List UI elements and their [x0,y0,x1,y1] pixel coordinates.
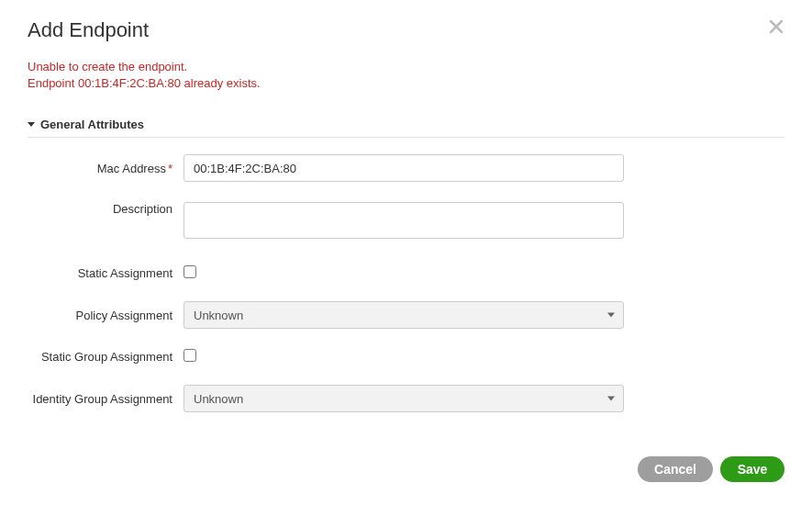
policy-assignment-select[interactable]: Unknown [184,301,624,329]
static-assignment-label: Static Assignment [28,266,184,280]
static-group-assignment-checkbox[interactable] [184,349,196,362]
policy-assignment-label: Policy Assignment [28,309,184,322]
static-group-assignment-label: Static Group Assignment [28,350,184,364]
identity-group-assignment-value: Unknown [194,392,243,406]
save-button[interactable]: Save [720,456,784,482]
error-line-1: Unable to create the endpoint. [28,59,784,75]
dialog-title: Add Endpoint [28,18,149,42]
button-bar: Cancel Save [638,456,784,482]
section-general-attributes[interactable]: General Attributes [28,118,784,138]
identity-group-assignment-label: Identity Group Assignment [28,392,184,406]
close-icon[interactable] [768,18,784,38]
static-assignment-checkbox[interactable] [184,265,196,278]
error-message: Unable to create the endpoint. Endpoint … [28,59,784,92]
caret-down-icon [28,122,35,127]
section-general-attributes-label: General Attributes [40,118,144,131]
identity-group-assignment-select[interactable]: Unknown [184,385,624,412]
description-input[interactable] [184,202,624,239]
required-asterisk: * [168,162,172,175]
mac-address-label: Mac Address* [28,162,184,175]
policy-assignment-value: Unknown [194,309,243,322]
error-line-2: Endpoint 00:1B:4F:2C:BA:80 already exist… [28,75,784,92]
description-label: Description [28,202,184,216]
cancel-button[interactable]: Cancel [638,456,713,482]
mac-address-input[interactable] [184,154,624,182]
